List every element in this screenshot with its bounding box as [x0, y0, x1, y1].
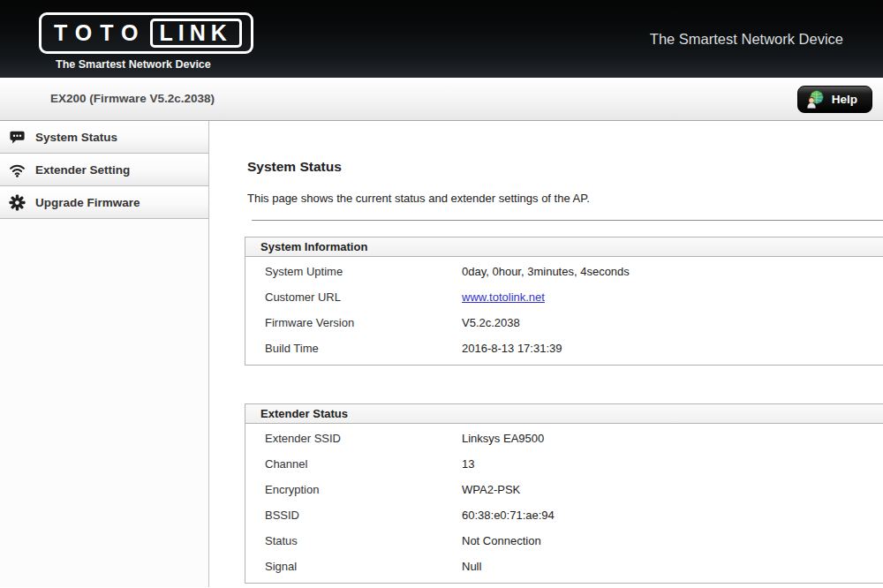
totolink-logo: TOTO LINK The Smartest Network Device: [39, 12, 253, 71]
row-label: System Uptime: [245, 259, 462, 284]
table-row: Customer URLwww.totolink.net: [245, 284, 883, 310]
table-title: System Information: [245, 237, 883, 257]
table-row: SignalNull: [245, 554, 883, 579]
table-row: Channel13: [245, 451, 883, 477]
table-row: EncryptionWPA2-PSK: [245, 477, 883, 502]
device-firmware-label: EX200 (Firmware V5.2c.2038): [50, 92, 215, 105]
table-row: StatusNot Connection: [245, 528, 883, 554]
row-label: Signal: [245, 554, 462, 579]
row-value: WPA2-PSK: [462, 477, 520, 502]
sidebar-menu: System Status Extender Setting: [0, 121, 209, 587]
sidebar-item-upgrade-firmware[interactable]: Upgrade Firmware: [0, 186, 208, 219]
system-information-table: System Information System Uptime0day, 0h…: [245, 237, 883, 366]
table-row: System Uptime0day, 0hour, 3minutes, 4sec…: [245, 259, 883, 284]
row-value: V5.2c.2038: [462, 310, 520, 335]
sidebar-item-system-status[interactable]: System Status: [0, 121, 208, 154]
firmware-bar: EX200 (Firmware V5.2c.2038): [0, 78, 883, 121]
help-button-label: Help: [832, 93, 857, 106]
row-value: 60:38:e0:71:ae:94: [462, 502, 555, 528]
table-row: Firmware VersionV5.2c.2038: [245, 310, 883, 335]
table-body: System Uptime0day, 0hour, 3minutes, 4sec…: [245, 257, 883, 365]
extender-status-table: Extender Status Extender SSIDLinksys EA9…: [245, 403, 883, 584]
row-label: Firmware Version: [245, 310, 462, 335]
row-value: 0day, 0hour, 3minutes, 4seconds: [462, 259, 630, 284]
logo-text-link: LINK: [150, 19, 242, 48]
row-label: Status: [245, 528, 462, 554]
row-label: Encryption: [245, 477, 462, 502]
row-label: Channel: [245, 451, 462, 477]
row-value: Not Connection: [462, 528, 541, 554]
table-row: BSSID60:38:e0:71:ae:94: [245, 502, 883, 528]
logo-text-toto: TOTO: [54, 22, 147, 44]
logo-box: TOTO LINK: [39, 12, 253, 54]
help-button[interactable]: Help: [797, 86, 872, 113]
router-admin-page: TOTO LINK The Smartest Network Device Th…: [0, 0, 883, 588]
page-description: This page shows the current status and e…: [247, 192, 883, 205]
chat-bubble-icon: [9, 129, 26, 146]
section-divider: [252, 220, 883, 221]
row-value: Null: [462, 554, 481, 579]
sidebar-item-label: System Status: [35, 131, 117, 144]
row-label: Customer URL: [245, 284, 462, 310]
customer-url-link[interactable]: www.totolink.net: [462, 284, 545, 310]
logo-tagline: The Smartest Network Device: [56, 58, 253, 71]
sidebar-item-label: Extender Setting: [35, 163, 130, 177]
gear-icon: [9, 194, 26, 211]
table-row: Extender SSIDLinksys EA9500: [245, 426, 883, 451]
row-value: 13: [462, 451, 474, 477]
header-tagline: The Smartest Network Device: [650, 31, 843, 48]
sidebar-item-extender-setting[interactable]: Extender Setting: [0, 154, 208, 186]
main-panel: System Status This page shows the curren…: [209, 121, 883, 587]
table-body: Extender SSIDLinksys EA9500Channel13Encr…: [245, 424, 883, 583]
page-title: System Status: [247, 159, 883, 175]
content-area: System Status Extender Setting: [0, 121, 883, 587]
table-row: Build Time2016-8-13 17:31:39: [245, 335, 883, 361]
table-title: Extender Status: [245, 404, 883, 424]
row-label: Extender SSID: [245, 426, 462, 451]
row-value: 2016-8-13 17:31:39: [462, 335, 562, 361]
wifi-icon: [9, 162, 26, 178]
row-label: Build Time: [245, 335, 462, 361]
top-header: TOTO LINK The Smartest Network Device Th…: [0, 0, 883, 78]
row-label: BSSID: [245, 502, 462, 528]
sidebar-item-label: Upgrade Firmware: [35, 196, 140, 209]
row-value: Linksys EA9500: [462, 426, 544, 451]
globe-person-icon: [806, 90, 825, 109]
